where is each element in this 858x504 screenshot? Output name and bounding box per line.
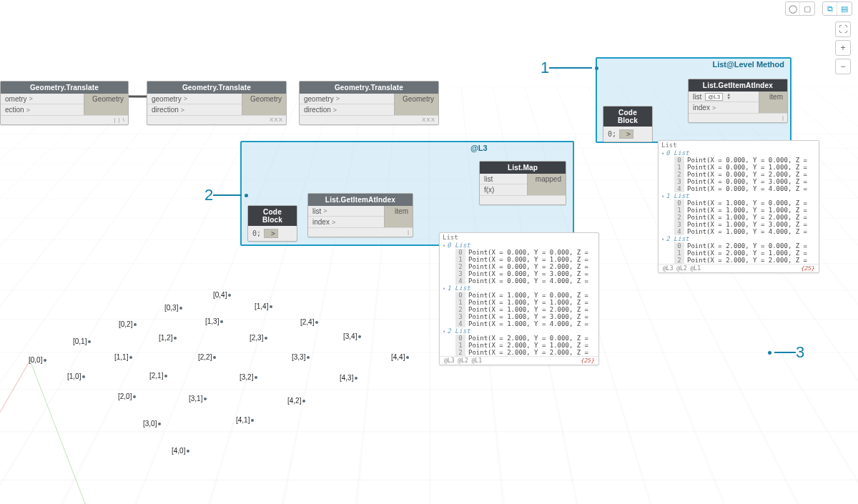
zoom-toolbar: ⛶ + − (835, 21, 851, 74)
node-list-getitematindex-2[interactable]: List.GetItemAtIndex list index item | (307, 193, 413, 237)
node-list-map[interactable]: List.Map list f(x) mapped (479, 161, 566, 205)
node-code-block-1[interactable]: Code Block 0; > (603, 106, 653, 142)
input-port-index[interactable]: index (308, 217, 384, 227)
node-title: List.Map (480, 162, 566, 174)
chevron-icon (712, 104, 716, 112)
list-level-badge[interactable]: @L3 (705, 93, 723, 101)
lacing-indicator: | (308, 227, 413, 237)
output-port[interactable]: > (619, 129, 633, 139)
input-port-list[interactable]: list (308, 206, 384, 217)
node-code-block-2[interactable]: Code Block 0; > (247, 205, 297, 242)
node-title: Geometry.Translate (300, 81, 438, 94)
input-port-list[interactable]: list @L3 ▲▼ (689, 92, 759, 102)
chevron-icon (323, 207, 327, 214)
lacing-indicator: XXX (147, 115, 286, 124)
input-port[interactable]: ection (1, 104, 84, 115)
point-label: [2,2] (198, 353, 216, 361)
annotation-3: 3 (765, 343, 804, 362)
output-port[interactable]: Geometry (395, 94, 438, 104)
point-label: [1,3] (205, 317, 223, 325)
chevron-icon (333, 107, 337, 114)
output-port[interactable]: item (759, 92, 787, 102)
input-port-list[interactable]: list (480, 174, 527, 184)
preview-panel-level[interactable]: List0 List0Point(X = 0.000, Y = 0.000, Z… (658, 140, 819, 273)
node-title: Code Block (248, 206, 297, 226)
point-label: [1,2] (159, 334, 177, 342)
node-list-getitematindex-1[interactable]: List.GetItemAtIndex list @L3 ▲▼ index it… (688, 79, 788, 123)
group-level-tag: @L3 (470, 144, 488, 152)
output-port[interactable]: > (264, 229, 278, 238)
point-label: [1,0] (67, 372, 85, 380)
input-port-index[interactable]: index (689, 102, 759, 113)
view-toolbar: ◯ ▢ ⧉ ▤ (785, 1, 852, 16)
node-geometry-translate-1[interactable]: Geometry.Translate ometry ection Geometr… (0, 81, 129, 125)
chevron-icon (332, 219, 335, 226)
chevron-icon (26, 107, 30, 114)
input-port[interactable]: direction (300, 104, 394, 115)
output-port[interactable]: Geometry (84, 94, 128, 104)
zoom-in-icon[interactable]: + (835, 40, 851, 56)
lacing-indicator: | | \ (1, 115, 128, 124)
lacing-indicator: | (689, 113, 787, 122)
point-label: [0,1] (73, 337, 91, 345)
box-view-icon[interactable]: ▢ (800, 2, 814, 15)
point-label: [2,0] (118, 392, 136, 400)
group-title: List@Level Method (712, 60, 784, 69)
chevron-icon (184, 95, 187, 102)
node-title: List.GetItemAtIndex (689, 79, 787, 92)
fit-view-icon[interactable]: ⛶ (835, 21, 851, 37)
node-title: Code Block (603, 107, 652, 127)
node-view-list-icon[interactable]: ▤ (837, 2, 852, 15)
point-label: [1,4] (255, 302, 272, 310)
point-label: [0,4] (213, 291, 231, 299)
code-text[interactable]: 0; (608, 130, 616, 138)
point-label: [3,0] (143, 420, 161, 428)
annotation-2: 2 (204, 186, 251, 204)
point-label: [3,1] (189, 395, 207, 402)
node-title: Geometry.Translate (1, 81, 128, 94)
lacing-indicator (480, 195, 566, 204)
point-label: [0,3] (164, 304, 182, 312)
level-stepper-icon[interactable]: ▲▼ (726, 93, 731, 100)
geometry-view-icon[interactable]: ◯ (786, 2, 800, 15)
chevron-icon (29, 95, 33, 102)
code-text[interactable]: 0; (252, 229, 261, 237)
output-port[interactable]: item (385, 206, 413, 217)
node-view-graph-icon[interactable]: ⧉ (823, 2, 837, 15)
lacing-indicator: XXX (300, 115, 438, 124)
chevron-icon (336, 95, 340, 102)
node-title: Geometry.Translate (147, 81, 286, 94)
preview-panel-map[interactable]: List0 List0Point(X = 0.000, Y = 0.000, Z… (439, 232, 599, 365)
annotation-1: 1 (541, 59, 601, 77)
point-label: [4,1] (236, 416, 254, 424)
point-label: [4,0] (172, 447, 189, 455)
input-port[interactable]: direction (147, 104, 242, 115)
point-label: [2,3] (250, 334, 267, 342)
point-label: [2,1] (149, 372, 167, 380)
point-label: [3,2] (240, 373, 257, 381)
zoom-out-icon[interactable]: − (835, 59, 851, 74)
chevron-icon (181, 107, 184, 114)
point-label: [4,3] (340, 374, 358, 382)
input-port[interactable]: geometry (300, 94, 394, 104)
point-label: [2,4] (300, 318, 318, 326)
point-label: [4,4] (391, 353, 409, 361)
node-geometry-translate-2[interactable]: Geometry.Translate geometry direction Ge… (147, 81, 287, 125)
point-label: [3,3] (292, 353, 310, 361)
point-label: [0,2] (119, 320, 137, 328)
input-port-fx[interactable]: f(x) (480, 184, 527, 195)
input-port[interactable]: geometry (147, 94, 242, 104)
input-port[interactable]: ometry (1, 94, 84, 104)
point-label: [3,4] (343, 332, 361, 340)
output-port[interactable]: Geometry (242, 94, 286, 104)
point-label: [4,2] (287, 397, 305, 405)
node-title: List.GetItemAtIndex (308, 194, 413, 206)
output-port[interactable]: mapped (528, 174, 566, 184)
point-label: [0,0] (29, 356, 46, 364)
point-label: [1,1] (114, 353, 132, 361)
node-geometry-translate-3[interactable]: Geometry.Translate geometry direction Ge… (299, 81, 439, 125)
